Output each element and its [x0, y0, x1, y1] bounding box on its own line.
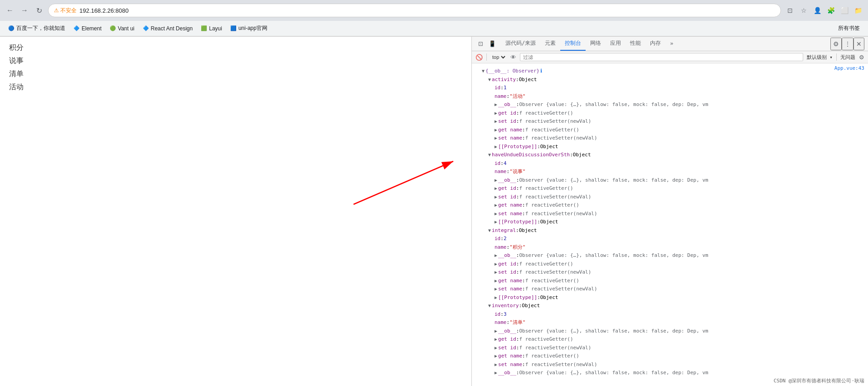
expand-activity-arrow[interactable]: ▼	[488, 76, 491, 83]
address-bar[interactable]: ⚠ 不安全 192.168.2.26:8080	[48, 4, 781, 17]
security-warning-icon: ⚠ 不安全	[54, 7, 77, 14]
devtools-panel: ⊡ 📱 源代码/来源 元素 控制台 网络 应用 性能 内存 » ⚙ ⋮ ✕ 🚫 …	[471, 37, 868, 386]
svg-line-1	[354, 161, 453, 204]
tree-activity-id: id : 1	[475, 84, 864, 92]
bookmark-vant[interactable]: 🟢 Vant ui	[106, 24, 138, 34]
tree-activity-proto[interactable]: ▶ [[Prototype]] : Object	[475, 143, 864, 151]
devtools-close-button[interactable]: ✕	[853, 38, 864, 50]
tree-integral-get-name[interactable]: ▶ get name : f reactiveGetter()	[475, 277, 864, 285]
tree-have-set-id[interactable]: ▶ set id : f reactiveSetter(newVal)	[475, 193, 864, 202]
default-levels-dropdown[interactable]: 默认级别 ▾	[807, 54, 833, 61]
inspect-element-button[interactable]: ⊡	[475, 39, 485, 49]
tree-activity[interactable]: ▼ activity : Object	[475, 76, 864, 84]
tree-inventory-get-name[interactable]: ▶ get name : f reactiveGetter()	[475, 352, 864, 361]
menu-item-discuss[interactable]: 说事	[9, 54, 462, 68]
react-ant-icon: 🔷	[143, 25, 149, 32]
tab-application[interactable]: 应用	[606, 37, 626, 51]
devtools-more-button[interactable]: ⋮	[842, 38, 853, 50]
all-bookmarks[interactable]: 所有书签	[834, 23, 863, 34]
tab-elements[interactable]: 元素	[540, 37, 560, 51]
info-icon[interactable]: ℹ	[540, 68, 542, 75]
tree-integral-name: name : "积分"	[475, 243, 864, 252]
element-icon: 🔷	[73, 25, 80, 32]
filter-input[interactable]	[520, 53, 803, 61]
devtools-tabs: ⊡ 📱 源代码/来源 元素 控制台 网络 应用 性能 内存 » ⚙ ⋮ ✕	[472, 37, 868, 51]
bookmark-uniapp-label: uni-app官网	[238, 24, 267, 32]
activity-id-val: 1	[504, 84, 507, 92]
tree-inventory-set-id[interactable]: ▶ set id : f reactiveSetter(newVal)	[475, 344, 864, 352]
tree-have-undue-name: name : "说事"	[475, 168, 864, 176]
tab-console[interactable]: 控制台	[560, 37, 586, 51]
expand-root-arrow[interactable]: ▼	[482, 68, 485, 74]
tree-have-set-name[interactable]: ▶ set name : f reactiveSetter(newVal)	[475, 210, 864, 218]
tree-integral-set-id[interactable]: ▶ set id : f reactiveSetter(newVal)	[475, 268, 864, 277]
tree-root[interactable]: ▼ {__ob__: Observer} ℹ	[475, 67, 864, 76]
tree-inventory-name: name : "清单"	[475, 318, 864, 327]
eye-button[interactable]: 👁	[510, 54, 516, 61]
tree-activity-set-id[interactable]: ▶ set id : f reactiveSetter(newVal)	[475, 117, 864, 126]
tree-integral-set-name[interactable]: ▶ set name : f reactiveSetter(newVal)	[475, 285, 864, 294]
bookmark-react-ant-label: React Ant Design	[151, 25, 193, 32]
bookmark-layui[interactable]: 🟩 Layui	[197, 24, 226, 34]
tree-integral-get-id[interactable]: ▶ get id : f reactiveGetter()	[475, 260, 864, 269]
tree-inventory[interactable]: ▼ inventory : Object	[475, 302, 864, 310]
bookmark-element[interactable]: 🔷 Element	[70, 24, 105, 34]
browser-chrome: ← → ↻ ⚠ 不安全 192.168.2.26:8080 ⊡ ☆ 👤 🧩 ⬜ …	[0, 0, 868, 37]
devtools-content[interactable]: App.vue:43 ▼ {__ob__: Observer} ℹ ▼ acti…	[472, 63, 868, 386]
tree-integral[interactable]: ▼ integral : Object	[475, 227, 864, 235]
back-button[interactable]: ←	[5, 5, 15, 16]
refresh-button[interactable]: ↻	[34, 5, 44, 16]
bookmark-baidu[interactable]: 🔵 百度一下，你就知道	[5, 23, 69, 34]
source-link[interactable]: App.vue:43	[834, 65, 864, 71]
tree-integral-ob[interactable]: ▶ __ob__ : Observer {value: {…}, shallow…	[475, 251, 864, 260]
forward-button[interactable]: →	[19, 5, 30, 16]
activity-name-colon: :	[507, 93, 510, 101]
browser-top-bar: ← → ↻ ⚠ 不安全 192.168.2.26:8080 ⊡ ☆ 👤 🧩 ⬜ …	[0, 0, 868, 21]
tab-sources[interactable]: 源代码/来源	[501, 37, 540, 51]
tree-have-get-name[interactable]: ▶ get name : f reactiveGetter()	[475, 201, 864, 210]
all-bookmarks-button[interactable]: 📁	[853, 5, 863, 16]
devtools-icon-group: ⊡ 📱	[475, 39, 497, 49]
activity-id-key: id	[495, 84, 500, 92]
device-mode-button[interactable]: 📱	[487, 39, 497, 49]
tab-more[interactable]: »	[665, 38, 678, 50]
tree-have-undue[interactable]: ▼ haveUndueDiscussionOverSth : Object	[475, 151, 864, 159]
tab-network[interactable]: 网络	[586, 37, 606, 51]
tree-have-ob[interactable]: ▶ __ob__ : Observer {value: {…}, shallow…	[475, 176, 864, 185]
menu-item-inventory[interactable]: 清单	[9, 68, 462, 81]
bookmark-vant-label: Vant ui	[118, 25, 134, 32]
bookmark-button[interactable]: ☆	[798, 5, 809, 16]
toolbar-separator	[486, 53, 487, 61]
menu-item-activity[interactable]: 活动	[9, 81, 462, 94]
bookmark-element-label: Element	[82, 25, 102, 32]
activity-name-key: name	[495, 93, 507, 101]
bookmark-react-ant[interactable]: 🔷 React Ant Design	[139, 24, 197, 34]
tree-activity-get-name[interactable]: ▶ get name : f reactiveGetter()	[475, 126, 864, 135]
tree-activity-ob[interactable]: ▶ __ob__ : Observer {value: {…}, shallow…	[475, 101, 864, 109]
bookmark-baidu-label: 百度一下，你就知道	[16, 24, 65, 32]
activity-ob-val: Observer {value: {…}, shallow: false, mo…	[519, 101, 708, 109]
tree-integral-proto[interactable]: ▶ [[Prototype]] : Object	[475, 294, 864, 302]
tab-memory[interactable]: 内存	[645, 37, 665, 51]
devtools-settings-button[interactable]: ⚙	[830, 38, 842, 50]
tree-activity-get-id[interactable]: ▶ get id : f reactiveGetter()	[475, 109, 864, 118]
cast-button[interactable]: ⊡	[785, 5, 795, 16]
bookmark-uniapp[interactable]: 🟦 uni-app官网	[227, 23, 271, 34]
tree-inventory-ob[interactable]: ▶ __ob__ : Observer {value: {…}, shallow…	[475, 327, 864, 336]
tab-performance[interactable]: 性能	[626, 37, 645, 51]
tree-activity-set-name[interactable]: ▶ set name : f reactiveSetter(newVal)	[475, 134, 864, 143]
tree-have-proto[interactable]: ▶ [[Prototype]] : Object	[475, 218, 864, 227]
activity-colon: :	[516, 76, 519, 84]
clear-console-button[interactable]: 🚫	[475, 54, 483, 61]
settings-console-button[interactable]: ⚙	[859, 54, 864, 61]
profile-button[interactable]: 👤	[812, 5, 823, 16]
menu-item-integral[interactable]: 积分	[9, 41, 462, 54]
tree-have-get-id[interactable]: ▶ get id : f reactiveGetter()	[475, 184, 864, 193]
tree-inventory-set-name[interactable]: ▶ set name : f reactiveSetter(newVal)	[475, 361, 864, 369]
context-selector[interactable]: top	[490, 54, 507, 60]
tree-inventory-get-id[interactable]: ▶ get id : f reactiveGetter()	[475, 335, 864, 344]
activity-id-colon: :	[500, 84, 504, 92]
expand-activity-ob-arrow[interactable]: ▶	[495, 101, 497, 108]
extension-button[interactable]: 🧩	[825, 5, 836, 16]
window-button[interactable]: ⬜	[839, 5, 850, 16]
